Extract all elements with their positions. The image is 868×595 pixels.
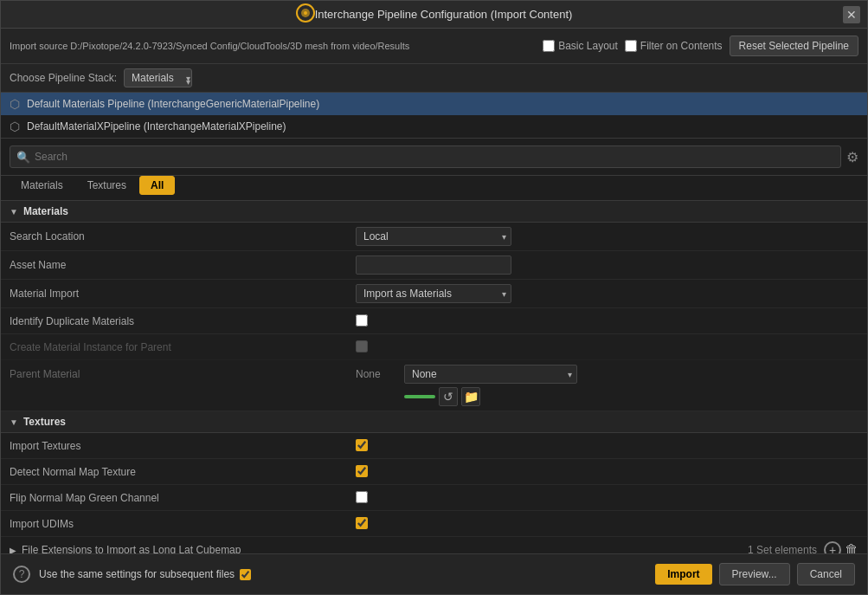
- tab-materials[interactable]: Materials: [10, 176, 74, 195]
- gear-icon[interactable]: ⚙: [846, 149, 858, 165]
- materials-section-title: Materials: [23, 205, 68, 217]
- search-location-dropdown-wrap: Local Global ▾: [356, 227, 511, 246]
- file-extensions-row[interactable]: ▶ File Extensions to Import as Long Lat …: [1, 537, 867, 553]
- set-elements-count: 1 Set elements: [748, 544, 817, 553]
- asset-name-control: [356, 255, 858, 275]
- textures-section-body: Import Textures Detect Normal Map Textur…: [1, 433, 867, 553]
- material-import-control: Import as Materials Import as Material I…: [356, 284, 858, 303]
- pipeline-stack-row: Choose Pipeline Stack: Materials Texture…: [1, 64, 867, 93]
- search-input[interactable]: [10, 146, 841, 168]
- import-udims-label: Import UDIMs: [10, 518, 356, 530]
- asset-name-label: Asset Name: [10, 259, 356, 271]
- toolbar-right: Basic Layout Filter on Contents Reset Se…: [543, 36, 858, 56]
- detect-normal-map-row: Detect Normal Map Texture: [1, 459, 867, 485]
- filter-on-contents-checkbox[interactable]: [625, 40, 637, 52]
- parent-material-reload-btn[interactable]: ↺: [439, 387, 458, 406]
- material-import-label: Material Import: [10, 288, 356, 300]
- preview-button[interactable]: Preview...: [719, 563, 790, 585]
- filter-tabs: Materials Textures All: [1, 176, 867, 201]
- import-source-text: Import source D:/Pixotope/24.2.0-7923/Sy…: [10, 41, 536, 51]
- search-location-row: Search Location Local Global ▾: [1, 223, 867, 251]
- tab-textures[interactable]: Textures: [76, 176, 138, 195]
- parent-material-folder-btn[interactable]: 📁: [461, 387, 480, 406]
- same-settings-checkbox[interactable]: [240, 569, 251, 580]
- import-udims-checkbox[interactable]: [356, 517, 368, 529]
- material-import-dropdown-wrap: Import as Materials Import as Material I…: [356, 284, 511, 303]
- textures-section-title: Textures: [23, 416, 66, 428]
- material-import-row: Material Import Import as Materials Impo…: [1, 280, 867, 308]
- search-location-label: Search Location: [10, 230, 356, 243]
- search-bar-row: 🔍 ⚙: [1, 139, 867, 176]
- create-material-instance-checkbox[interactable]: [356, 340, 368, 352]
- pipeline-list: ⬡ Default Materials Pipeline (Interchang…: [1, 93, 867, 139]
- create-material-instance-control: [356, 340, 858, 354]
- reset-selected-pipeline-button[interactable]: Reset Selected Pipeline: [730, 36, 858, 56]
- identify-duplicates-control: [356, 314, 858, 328]
- material-import-select[interactable]: Import as Materials Import as Material I…: [356, 284, 511, 303]
- delete-set-element-button[interactable]: 🗑: [845, 542, 858, 553]
- materials-section-header[interactable]: ▼ Materials: [1, 201, 867, 223]
- materials-chevron: ▼: [10, 207, 18, 217]
- same-settings-text: Use the same settings for subsequent fil…: [39, 568, 235, 580]
- filter-on-contents-label: Filter on Contents: [625, 40, 723, 52]
- detect-normal-map-checkbox[interactable]: [356, 465, 368, 477]
- search-location-control: Local Global ▾: [356, 227, 858, 246]
- parent-material-label: Parent Material: [10, 365, 356, 380]
- import-textures-checkbox[interactable]: [356, 439, 368, 451]
- main-window: Interchange Pipeline Configuration (Impo…: [0, 0, 868, 595]
- search-icon-wrap: 🔍: [10, 146, 841, 168]
- parent-material-bottom: ↺ 📁: [404, 387, 858, 406]
- identify-duplicates-label: Identify Duplicate Materials: [10, 315, 356, 327]
- pipeline-icon-0: ⬡: [10, 97, 20, 111]
- basic-layout-label: Basic Layout: [543, 40, 618, 52]
- toolbar: Import source D:/Pixotope/24.2.0-7923/Sy…: [1, 29, 867, 64]
- search-icon: 🔍: [16, 151, 30, 164]
- identify-duplicates-checkbox-cell: [356, 314, 370, 328]
- help-icon[interactable]: ?: [13, 566, 30, 583]
- search-location-select[interactable]: Local Global: [356, 227, 511, 246]
- none-label: None: [356, 368, 399, 380]
- title-bar: Interchange Pipeline Configuration (Impo…: [1, 1, 867, 29]
- set-elements-row: 1 Set elements + 🗑: [748, 541, 858, 553]
- asset-name-input[interactable]: [356, 255, 511, 275]
- flip-normal-map-row: Flip Normal Map Green Channel: [1, 485, 867, 511]
- import-button[interactable]: Import: [655, 564, 711, 585]
- pipeline-item-label-1: DefaultMaterialXPipeline (InterchangeMat…: [27, 120, 286, 133]
- parent-material-dropdown-wrap: None ▾: [404, 365, 577, 384]
- footer-right: Import Preview... Cancel: [655, 563, 855, 585]
- basic-layout-checkbox[interactable]: [543, 40, 555, 52]
- footer: ? Use the same settings for subsequent f…: [1, 553, 867, 594]
- import-textures-row: Import Textures: [1, 433, 867, 459]
- flip-normal-map-label: Flip Normal Map Green Channel: [10, 492, 356, 504]
- import-udims-checkbox-cell: [356, 517, 370, 531]
- pipeline-stack-select-wrapper: Materials Textures All: [124, 68, 195, 87]
- add-set-element-button[interactable]: +: [824, 541, 841, 553]
- identify-duplicates-row: Identify Duplicate Materials: [1, 308, 867, 334]
- textures-section-header[interactable]: ▼ Textures: [1, 411, 867, 433]
- detect-normal-map-checkbox-cell: [356, 465, 370, 479]
- green-bar: [404, 395, 435, 398]
- import-textures-control: [356, 439, 858, 453]
- identify-duplicates-checkbox[interactable]: [356, 314, 368, 327]
- pipeline-item-1[interactable]: ⬡ DefaultMaterialXPipeline (InterchangeM…: [1, 115, 867, 138]
- parent-material-select[interactable]: None: [404, 365, 577, 384]
- pipeline-stack-select[interactable]: Materials Textures All: [124, 68, 192, 87]
- textures-chevron: ▼: [10, 417, 18, 427]
- footer-left: ?: [13, 566, 30, 583]
- file-extensions-expand-arrow: ▶: [10, 546, 16, 554]
- detect-normal-map-control: [356, 465, 858, 479]
- cancel-button[interactable]: Cancel: [797, 563, 855, 585]
- flip-normal-map-checkbox[interactable]: [356, 491, 368, 503]
- pipeline-item-label-0: Default Materials Pipeline (InterchangeG…: [27, 98, 319, 110]
- tab-all[interactable]: All: [139, 176, 175, 195]
- pipeline-item-0[interactable]: ⬡ Default Materials Pipeline (Interchang…: [1, 93, 867, 115]
- asset-name-row: Asset Name: [1, 251, 867, 280]
- materials-section-body: Search Location Local Global ▾ Asset Nam…: [1, 223, 867, 411]
- parent-material-top: None None ▾: [356, 365, 858, 384]
- svg-point-2: [304, 11, 307, 15]
- pipeline-stack-label: Choose Pipeline Stack:: [10, 72, 117, 84]
- close-button[interactable]: ✕: [843, 6, 860, 23]
- create-material-instance-row: Create Material Instance for Parent: [1, 334, 867, 360]
- parent-material-control: None None ▾ ↺ 📁: [356, 365, 858, 406]
- same-settings-label: Use the same settings for subsequent fil…: [39, 568, 251, 580]
